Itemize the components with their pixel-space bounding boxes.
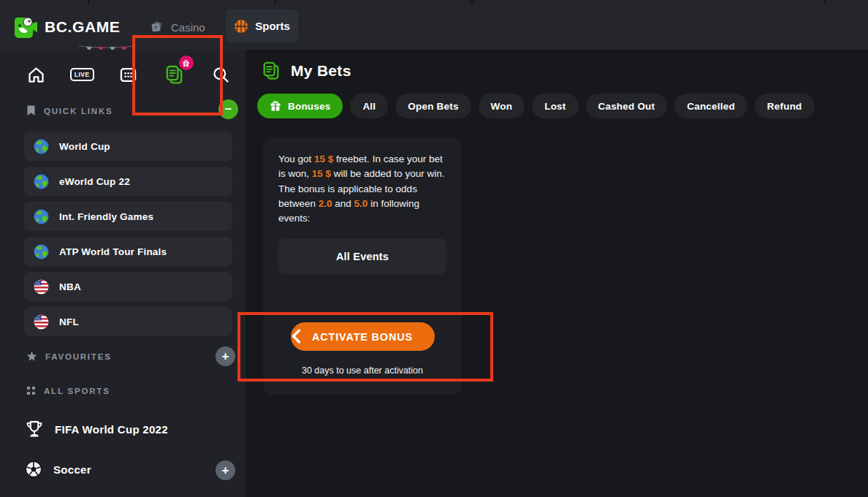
quick-link-world-cup[interactable]: World Cup xyxy=(24,132,232,161)
filter-label: All xyxy=(362,101,376,112)
quick-links-title: QUICK LINKS xyxy=(44,107,113,115)
favourites-title: FAVOURITES xyxy=(45,352,112,361)
my-bets-icon[interactable] xyxy=(162,62,187,87)
bookmark-icon xyxy=(26,105,36,116)
globe-icon xyxy=(33,173,50,190)
calendar-icon[interactable] xyxy=(116,62,141,87)
filter-open-bets[interactable]: Open Bets xyxy=(395,94,471,118)
sidebar: LIVE xyxy=(0,50,245,497)
quick-links-collapse-button[interactable]: − xyxy=(218,99,238,119)
trophy-icon xyxy=(24,419,45,439)
usa-flag-icon xyxy=(33,278,50,295)
bcgame-logo[interactable]: BC.GAME xyxy=(12,13,120,41)
bet-filter-pills: Bonuses All Open Bets Won Lost Cashed Ou… xyxy=(257,94,815,118)
quick-links-header: QUICK LINKS xyxy=(26,105,113,116)
bonus-message-text: and xyxy=(332,198,354,209)
my-bets-icon xyxy=(261,61,281,81)
filter-label: Open Bets xyxy=(408,101,458,112)
quick-link-nba[interactable]: NBA xyxy=(24,272,232,301)
bonus-odds-min: 2.0 xyxy=(319,198,332,209)
plus-icon: + xyxy=(222,350,229,363)
globe-icon xyxy=(33,208,50,225)
filter-bonuses[interactable]: Bonuses xyxy=(257,94,343,118)
all-sports-title: ALL SPORTS xyxy=(44,387,110,395)
filter-label: Refund xyxy=(767,101,802,112)
add-favourite-button[interactable]: + xyxy=(216,346,235,366)
gift-icon xyxy=(270,100,281,112)
quick-link-atp-finals[interactable]: ATP World Tour Finals xyxy=(24,237,232,266)
all-events-button[interactable]: All Events xyxy=(278,238,446,274)
filter-label: Won xyxy=(491,101,513,112)
bonus-amount: 15 $ xyxy=(312,168,331,179)
sidebar-item-soccer[interactable]: Soccer xyxy=(24,460,91,479)
usa-flag-icon xyxy=(33,314,50,330)
all-sports-header: ALL SPORTS xyxy=(26,386,110,395)
filter-all[interactable]: All xyxy=(350,94,388,118)
bcgame-app: BC.GAME Casino xyxy=(0,0,868,497)
logo-wordmark: BC.GAME xyxy=(45,18,120,36)
bonus-message: You got 15 $ freebet. In case your bet i… xyxy=(278,152,446,226)
quick-link-label: ATP World Tour Finals xyxy=(59,246,167,257)
live-label: LIVE xyxy=(70,68,94,81)
sports-label: Sports xyxy=(255,20,290,32)
activate-bonus-button[interactable]: ACTIVATE BONUS xyxy=(291,322,435,351)
sidebar-item-label: Soccer xyxy=(53,463,91,476)
live-icon[interactable]: LIVE xyxy=(69,62,94,87)
main-content: My Bets Bonuses All Open Bets Won Lost C… xyxy=(245,50,868,497)
quick-link-nfl[interactable]: NFL xyxy=(24,307,232,336)
filter-label: Bonuses xyxy=(288,101,330,112)
filter-label: Lost xyxy=(544,101,566,112)
sidebar-item-fifa-world-cup[interactable]: FIFA World Cup 2022 xyxy=(24,419,168,439)
sidebar-icon-row: LIVE xyxy=(23,61,233,88)
basketball-icon xyxy=(234,19,248,34)
quick-link-label: World Cup xyxy=(59,141,110,152)
favourites-header: FAVOURITES xyxy=(26,351,112,362)
bonus-odds-max: 5.0 xyxy=(354,198,368,209)
filter-lost[interactable]: Lost xyxy=(532,94,578,118)
bcgame-logo-icon xyxy=(12,13,39,41)
filter-label: Cashed Out xyxy=(598,101,655,112)
quick-link-label: NBA xyxy=(59,281,81,292)
page-title: My Bets xyxy=(291,62,351,80)
add-soccer-button[interactable]: + xyxy=(216,460,235,480)
bonus-amount: 15 $ xyxy=(314,153,333,164)
top-navbar: BC.GAME Casino xyxy=(0,4,868,50)
page-title-row: My Bets xyxy=(261,61,351,81)
filter-label: Cancelled xyxy=(687,101,735,112)
plus-icon: + xyxy=(222,464,229,477)
card-spacer xyxy=(278,274,446,322)
search-icon[interactable] xyxy=(208,62,233,87)
filter-cashed-out[interactable]: Cashed Out xyxy=(586,94,668,118)
sidebar-item-label: FIFA World Cup 2022 xyxy=(55,423,168,436)
quick-link-label: NFL xyxy=(59,316,79,327)
casino-cards-icon xyxy=(150,20,164,34)
bonus-message-text: You got xyxy=(278,153,314,164)
star-icon xyxy=(26,351,37,362)
bonus-card: You got 15 $ freebet. In case your bet i… xyxy=(263,137,462,395)
filter-cancelled[interactable]: Cancelled xyxy=(674,94,747,118)
casino-label: Casino xyxy=(171,21,205,34)
nav-tab-casino[interactable]: Casino xyxy=(150,4,205,50)
nav-tab-sports[interactable]: Sports xyxy=(226,10,298,42)
all-events-label: All Events xyxy=(336,251,389,262)
quick-link-label: eWorld Cup 22 xyxy=(59,176,130,187)
minus-icon: − xyxy=(225,103,232,115)
activate-bonus-row: ACTIVATE BONUS xyxy=(278,322,446,351)
quick-link-int-friendly[interactable]: Int. Friendly Games xyxy=(24,202,232,231)
quick-link-eworld-cup[interactable]: eWorld Cup 22 xyxy=(24,167,232,196)
globe-icon xyxy=(33,138,50,155)
filter-won[interactable]: Won xyxy=(479,94,525,118)
quick-link-label: Int. Friendly Games xyxy=(59,211,153,222)
bonus-expiry-note: 30 days to use after activation xyxy=(278,365,446,376)
quick-links-list: World Cup eWorld Cup 22 Int. Friendly Ga… xyxy=(24,132,232,342)
globe-icon xyxy=(33,243,50,260)
soccer-ball-icon xyxy=(24,460,43,479)
filter-refund[interactable]: Refund xyxy=(755,94,815,118)
bonus-badge xyxy=(179,56,194,70)
home-icon[interactable] xyxy=(23,62,48,87)
chevron-left-icon[interactable] xyxy=(290,328,302,344)
grid-icon xyxy=(26,386,36,395)
